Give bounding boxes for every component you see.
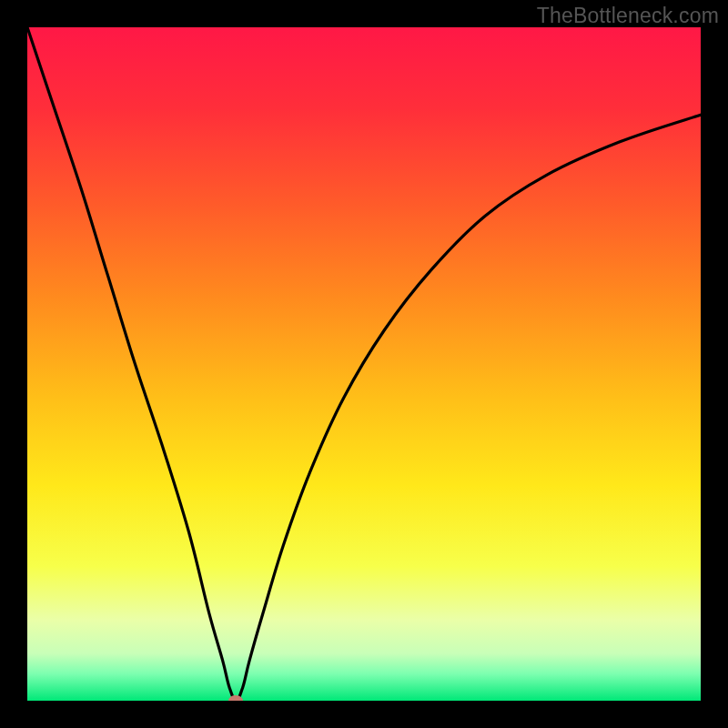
curve-path <box>27 27 701 701</box>
watermark-text: TheBottleneck.com <box>537 4 719 28</box>
optimal-point-marker <box>228 695 243 701</box>
plot-area <box>27 27 701 701</box>
bottleneck-curve <box>27 27 701 701</box>
